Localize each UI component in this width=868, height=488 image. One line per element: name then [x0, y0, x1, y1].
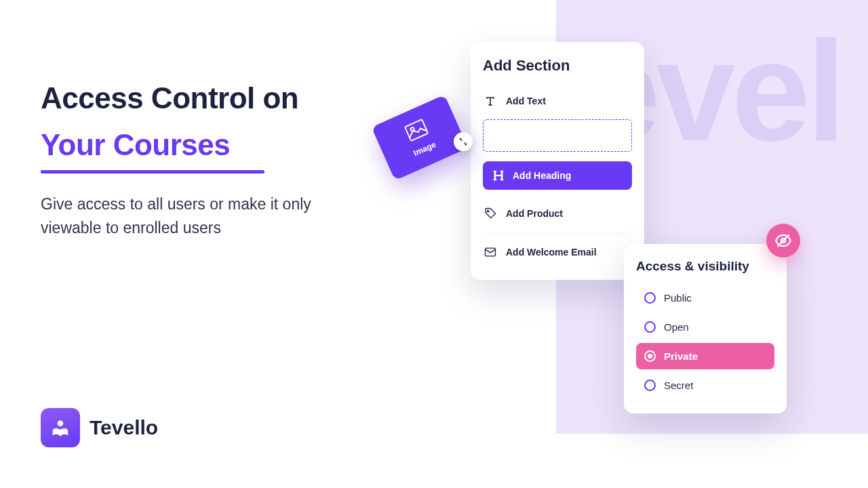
- add-product-label: Add Product: [506, 208, 563, 219]
- access-option-label: Private: [664, 350, 698, 362]
- add-product-button[interactable]: Add Product: [483, 199, 632, 229]
- svg-point-1: [488, 211, 489, 212]
- add-text-button[interactable]: Add Text: [483, 87, 632, 117]
- radio-icon: [644, 350, 656, 362]
- radio-icon: [644, 380, 656, 391]
- access-option-label: Secret: [664, 380, 693, 391]
- add-section-panel: Add Section Add Text Add Heading Add Pro…: [471, 42, 644, 280]
- brand-name: Tevello: [90, 416, 158, 439]
- radio-icon: [644, 321, 656, 333]
- drop-zone[interactable]: [483, 119, 632, 152]
- access-option-private[interactable]: Private: [636, 343, 774, 369]
- heading-icon: [491, 168, 506, 183]
- headline-subtext: Give access to all users or make it only…: [41, 192, 353, 241]
- image-icon: [403, 118, 431, 145]
- access-option-secret[interactable]: Secret: [636, 372, 774, 399]
- access-option-open[interactable]: Open: [636, 314, 774, 340]
- access-option-public[interactable]: Public: [636, 285, 774, 311]
- hero-copy: Access Control on Your Courses Give acce…: [41, 81, 393, 241]
- add-section-title: Add Section: [483, 57, 632, 75]
- radio-icon: [644, 292, 656, 304]
- tag-icon: [483, 206, 498, 221]
- headline-accent: Your Courses: [41, 128, 230, 162]
- svg-point-0: [58, 420, 64, 426]
- access-visibility-panel: Access & visibility Public Open Private …: [624, 244, 787, 413]
- add-text-label: Add Text: [506, 96, 546, 106]
- headline-underline: [41, 170, 264, 174]
- access-option-label: Open: [664, 321, 689, 333]
- add-heading-label: Add Heading: [513, 170, 571, 181]
- mail-icon: [483, 245, 498, 260]
- brand-icon: [41, 408, 80, 447]
- text-icon: [483, 94, 498, 108]
- move-handle[interactable]: [454, 132, 473, 151]
- add-welcome-label: Add Welcome Email: [506, 247, 597, 258]
- add-welcome-email-button[interactable]: Add Welcome Email: [483, 238, 632, 268]
- brand-logo: Tevello: [41, 408, 158, 447]
- svg-rect-2: [486, 248, 496, 256]
- access-option-label: Public: [664, 292, 692, 304]
- headline-line1: Access Control on: [41, 81, 393, 116]
- visibility-badge: [766, 224, 800, 258]
- access-title: Access & visibility: [636, 259, 774, 274]
- divider: [483, 233, 632, 234]
- add-heading-button[interactable]: Add Heading: [483, 161, 632, 190]
